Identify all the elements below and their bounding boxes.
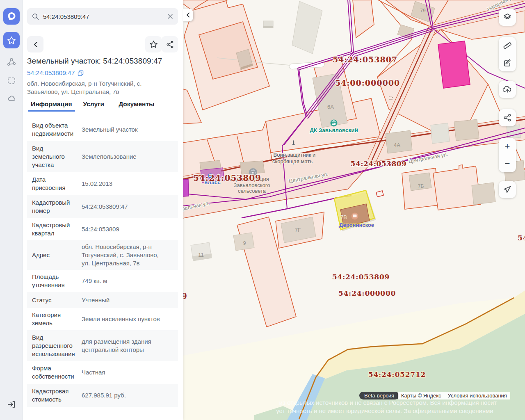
row-label: Кадастровый квартал — [32, 221, 76, 237]
search-box — [27, 8, 178, 25]
row-value: 749 кв. м — [82, 277, 178, 285]
row-label: Вид разрешенного использования — [32, 333, 76, 358]
ruler-icon — [503, 41, 512, 50]
sidebar-item-sign-out[interactable] — [3, 396, 20, 413]
layers-button[interactable] — [499, 9, 516, 26]
row-label: Статус — [32, 296, 76, 304]
favorite-button[interactable] — [145, 36, 162, 52]
share-icon — [503, 114, 511, 122]
table-row: Кадастровая стоимость627,985.91 руб. — [27, 384, 178, 407]
cadastral-label: 54:24:053809 — [332, 273, 390, 281]
info-table: Вид объекта недвижимостиЗемельный участо… — [27, 118, 178, 407]
zoom-group: + − — [499, 138, 516, 172]
row-label: Площадь уточненная — [32, 273, 76, 289]
layers-icon — [503, 13, 512, 22]
object-title: Земельный участок: 54:24:053809:47 — [27, 57, 180, 66]
table-row: Вид разрешенного использованиядля размещ… — [27, 330, 178, 361]
poi-label-monument-1: Воин-защитник и — [274, 152, 316, 158]
table-row: Вид объекта недвижимостиЗемельный участо… — [27, 118, 178, 141]
poi-label-admin-2: Завьяловского — [234, 182, 270, 188]
building-label: 79 — [420, 8, 426, 14]
chevron-left-icon — [186, 12, 190, 18]
sidebar-item-favorites[interactable] — [3, 32, 20, 48]
row-label: Вид объекта недвижимости — [32, 121, 76, 138]
row-value: обл. Новосибирская, р-н Тогучинский, с. … — [82, 243, 178, 267]
tabs: ИнформацияУслугиДокументы — [31, 100, 154, 112]
map-copyright[interactable]: Карты © Яндекс — [401, 393, 441, 399]
row-value: Частная — [82, 368, 178, 377]
table-row: Кадастровый квартал54:24:053809 — [27, 218, 178, 240]
table-row: Адресобл. Новосибирская, р-н Тогучинский… — [27, 240, 178, 270]
cadastral-label: 54:24:052712 — [368, 370, 426, 379]
settlement-label: Деронинское — [339, 222, 374, 228]
row-value: для размещения здания центральной контор… — [82, 338, 178, 354]
beta-badge: Beta-версия — [359, 392, 399, 399]
sidebar-item-objects[interactable] — [3, 54, 20, 71]
map-disclaimer-line2: ует точность и не имеет юридической силы… — [276, 407, 493, 414]
map-attribution: Карты © Яндекс Условия использования — [398, 392, 510, 399]
map-svg[interactable]: Центральная ул. Центральная ул. Централь… — [183, 0, 525, 420]
building-label: 4А — [394, 142, 400, 148]
building-label: 11 — [198, 252, 204, 258]
cadastral-label: 54:00:000000 — [335, 78, 400, 87]
cadastral-label-clipped-right: 54:24:053809 — [518, 234, 525, 242]
sidebar-item-select-area[interactable] — [3, 72, 20, 89]
row-value: Учтенный — [82, 296, 178, 304]
search-icon — [32, 13, 39, 20]
poi-label-admin-3: сельсовета — [238, 188, 266, 194]
building-label: 9 — [243, 240, 246, 246]
star-icon — [7, 36, 16, 45]
cadastral-label-clipped-left: 54:24:053809 — [183, 291, 187, 301]
table-row: Форма собственностиЧастная — [27, 361, 178, 384]
row-label: Адрес — [32, 251, 76, 259]
row-label: Кадастровый номер — [32, 199, 76, 215]
row-value: Землепользование — [82, 153, 178, 161]
cloud-icon — [7, 94, 16, 103]
table-row: Вид земельного участкаЗемлепользование — [27, 141, 178, 172]
cadastral-label: 54:24:053807 — [333, 55, 397, 64]
zoom-out-button[interactable]: − — [499, 155, 516, 172]
clear-search-icon[interactable] — [167, 14, 173, 19]
row-label: Дата присвоения — [32, 176, 76, 192]
zoom-in-button[interactable]: + — [499, 138, 516, 155]
object-link-row: 54:24:053809:47 — [27, 69, 84, 77]
row-label: Категория земель — [32, 311, 76, 327]
table-row: СтатусУчтенный — [27, 292, 178, 308]
tab-documents[interactable]: Документы — [119, 100, 154, 112]
share-object-button[interactable] — [162, 36, 178, 52]
poi-label-monument-2: скорбящая мать — [272, 158, 313, 164]
upload-button[interactable] — [499, 81, 516, 98]
row-label: Вид земельного участка — [32, 144, 76, 169]
graph-nodes-icon — [7, 57, 16, 67]
app-logo[interactable] — [3, 8, 20, 25]
row-value: 627,985.91 руб. — [82, 391, 178, 399]
search-input[interactable] — [43, 13, 163, 20]
info-panel: Земельный участок: 54:24:053809:47 54:24… — [23, 0, 183, 420]
building-label: 7Б — [418, 183, 424, 189]
sidebar-item-cloud[interactable] — [3, 90, 20, 107]
zoom-in-label: + — [505, 141, 510, 152]
map-canvas[interactable]: Центральная ул. Центральная ул. Централь… — [183, 0, 525, 420]
row-value: Земельный участок — [82, 126, 178, 134]
share-map-button[interactable] — [499, 109, 516, 126]
table-row: Дата присвоения15.02.2013 — [27, 172, 178, 195]
draw-button[interactable] — [499, 54, 516, 71]
locate-button[interactable] — [499, 181, 516, 198]
map-disclaimer-line1: из открытых источников и не связан с Рос… — [279, 399, 497, 406]
table-row: Категория земельЗемли населенных пунктов — [27, 308, 178, 330]
selected-parcel-magenta[interactable] — [438, 41, 470, 88]
cadastral-number-link[interactable]: 54:24:053809:47 — [27, 69, 75, 77]
back-button[interactable] — [27, 36, 43, 52]
app-logo-icon — [6, 11, 17, 22]
cadastral-label: 54:24:000000 — [338, 289, 396, 297]
app-root: Центральная ул. Центральная ул. Централь… — [0, 0, 525, 420]
copy-icon[interactable] — [78, 70, 84, 76]
row-value: Земли населенных пунктов — [82, 315, 178, 323]
tools-group — [499, 37, 516, 71]
tab-information[interactable]: Информация — [31, 100, 72, 112]
tab-services[interactable]: Услуги — [83, 100, 105, 112]
terms-link[interactable]: Условия использования — [448, 393, 507, 399]
collapse-panel-button[interactable] — [183, 9, 193, 21]
measure-button[interactable] — [499, 37, 516, 54]
edit-icon — [503, 58, 512, 67]
